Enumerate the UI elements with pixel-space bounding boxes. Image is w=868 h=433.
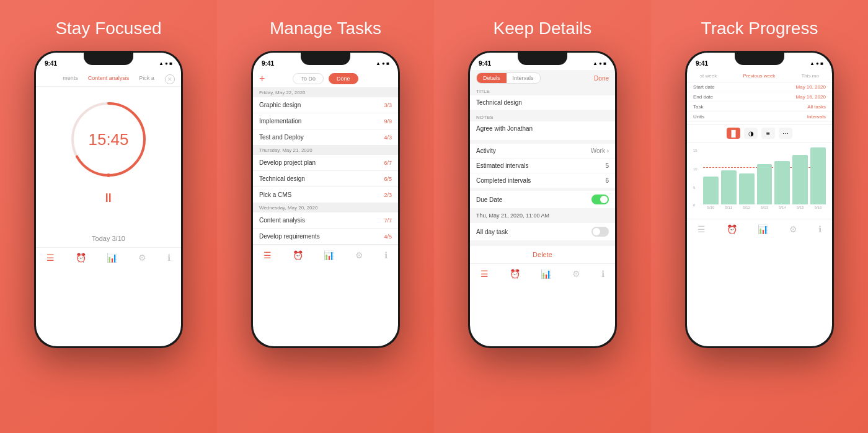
- due-date-toggle[interactable]: [591, 195, 609, 204]
- pie-chart-icon[interactable]: ◑: [744, 128, 758, 139]
- stay-focused-panel: Stay Focused 9:41 ▲ ● ■ ments Content an…: [0, 0, 217, 433]
- all-day-row[interactable]: All day task: [470, 223, 615, 241]
- units-label: Units: [693, 114, 704, 120]
- tab-content-analysis[interactable]: Content analysis: [86, 74, 132, 82]
- nav-chart-icon-2[interactable]: 📊: [324, 250, 334, 260]
- task-row[interactable]: Develop project plan 6/7: [253, 155, 398, 171]
- nav-chart-icon-3[interactable]: 📊: [541, 269, 551, 279]
- task-row[interactable]: Content analysis 7/7: [253, 212, 398, 229]
- status-time-3: 9:41: [479, 60, 491, 67]
- pause-icon[interactable]: ⏸: [102, 191, 115, 205]
- nav-info-icon-2[interactable]: ℹ: [384, 250, 388, 260]
- chart-type-icons: ▐▌ ◑ ≡ ⋯: [687, 124, 832, 142]
- nav-list-icon-2[interactable]: ☰: [264, 250, 272, 260]
- status-icons-2: ▲ ● ■: [376, 61, 389, 66]
- phone-2-inner: 9:41 ▲ ● ■ + To Do Done Friday, May 22, …: [253, 53, 398, 346]
- nav-chart-icon[interactable]: 📊: [107, 253, 117, 263]
- intervals-tab[interactable]: Intervals: [507, 73, 540, 83]
- start-date-value: May 10, 2020: [796, 84, 826, 90]
- bottom-nav-3: ☰ ⏰ 📊 ⚙ ℹ: [470, 263, 615, 284]
- task-name: Content analysis: [259, 217, 305, 224]
- task-header: + To Do Done: [253, 70, 398, 88]
- phone-2: 9:41 ▲ ● ■ + To Do Done Friday, May 22, …: [251, 51, 400, 348]
- details-tab[interactable]: Details: [477, 73, 507, 83]
- task-row[interactable]: Implementation 9/9: [253, 113, 398, 129]
- bar-chart-icon[interactable]: ▐▌: [727, 128, 740, 139]
- nav-list-icon-3[interactable]: ☰: [480, 269, 489, 279]
- due-date-value-row: Thu, May 21, 2020, 11:00 AM: [470, 209, 615, 223]
- task-value: All tasks: [807, 104, 826, 110]
- nav-info-icon-4[interactable]: ℹ: [818, 224, 822, 234]
- done-button[interactable]: Done: [594, 75, 609, 82]
- bottom-nav-4: ☰ ⏰ 📊 ⚙ ℹ: [687, 219, 832, 239]
- end-date-label: End date: [693, 94, 713, 100]
- task-name: Implementation: [259, 118, 301, 125]
- panel1-title: Stay Focused: [55, 19, 161, 38]
- task-count: 6/7: [384, 160, 392, 166]
- nav-gear-icon-3[interactable]: ⚙: [572, 269, 580, 279]
- nav-gear-icon-2[interactable]: ⚙: [355, 250, 363, 260]
- due-date-value: Thu, May 21, 2020, 11:00 AM: [476, 212, 549, 219]
- notes-field: Agree with Jonathan: [470, 121, 615, 140]
- nav-clock-icon-2[interactable]: ⏰: [293, 250, 303, 260]
- task-row: Task All tasks: [687, 102, 832, 112]
- tab-pick[interactable]: Pick a: [136, 74, 157, 82]
- nav-gear-icon[interactable]: ⚙: [138, 253, 146, 263]
- done-tab[interactable]: Done: [329, 73, 358, 84]
- bar-6: [792, 155, 808, 204]
- bar-5: [774, 161, 790, 204]
- this-month-tab[interactable]: This mo: [801, 73, 818, 79]
- nav-clock-icon-3[interactable]: ⏰: [510, 269, 520, 279]
- activity-row[interactable]: Activity Work ›: [470, 144, 615, 159]
- last-week-tab[interactable]: st week: [700, 73, 717, 79]
- panel4-title: Track Progress: [701, 19, 818, 38]
- start-date-row: Start date May 10, 2020: [687, 82, 832, 92]
- task-count: 9/9: [384, 118, 392, 125]
- tab-ments[interactable]: ments: [60, 74, 81, 82]
- detail-rows: Activity Work › Estimated intervals 5 Co…: [470, 144, 615, 241]
- dots-chart-icon[interactable]: ⋯: [779, 128, 792, 139]
- list-chart-icon[interactable]: ≡: [761, 128, 775, 139]
- nav-info-icon[interactable]: ℹ: [167, 253, 170, 263]
- due-date-row[interactable]: Due Date: [470, 191, 615, 209]
- estimated-row[interactable]: Estimated intervals 5: [470, 159, 615, 173]
- nav-clock-icon-4[interactable]: ⏰: [727, 224, 737, 234]
- all-day-label: All day task: [476, 229, 508, 235]
- timer-circle: 15:45: [68, 99, 149, 180]
- completed-row[interactable]: Completed intervals 6: [470, 173, 615, 188]
- task-name: Develop project plan: [259, 159, 316, 166]
- phone-1: 9:41 ▲ ● ■ ments Content analysis Pick a…: [34, 51, 183, 348]
- nav-info-icon-3[interactable]: ℹ: [601, 269, 604, 279]
- nav-list-icon-4[interactable]: ☰: [698, 224, 706, 234]
- close-button[interactable]: ✕: [165, 74, 175, 84]
- nav-gear-icon-4[interactable]: ⚙: [789, 224, 797, 234]
- bar-group-3: 5/12: [739, 173, 755, 209]
- bar-group-6: 5/15: [792, 155, 808, 209]
- status-time-4: 9:41: [696, 60, 708, 67]
- detail-seg-group: Details Intervals: [476, 72, 541, 84]
- task-row[interactable]: Graphic design 3/3: [253, 97, 398, 113]
- task-row[interactable]: Pick a CMS 2/3: [253, 187, 398, 203]
- nav-chart-icon-4[interactable]: 📊: [758, 224, 768, 234]
- units-row: Units Intervals: [687, 112, 832, 122]
- todo-tab[interactable]: To Do: [293, 73, 324, 84]
- date-section-thursday: Thursday, May 21, 2020: [253, 146, 398, 155]
- add-task-button[interactable]: +: [259, 73, 265, 84]
- task-row[interactable]: Technical design 6/5: [253, 171, 398, 187]
- all-day-toggle[interactable]: [591, 227, 609, 237]
- status-icons-1: ▲ ● ■: [159, 61, 172, 66]
- nav-clock-icon[interactable]: ⏰: [76, 253, 86, 263]
- status-icons-3: ▲ ● ■: [593, 61, 606, 66]
- bar-label-2: 5/11: [725, 206, 732, 209]
- nav-list-icon[interactable]: ☰: [46, 253, 55, 263]
- task-row[interactable]: Develop requirements 4/5: [253, 229, 398, 245]
- task-name: Pick a CMS: [259, 191, 291, 198]
- delete-button[interactable]: Delete: [470, 246, 615, 263]
- date-section-wednesday: Wednesday, May 20, 2020: [253, 203, 398, 212]
- end-date-value: May 16, 2020: [796, 94, 826, 100]
- task-count: 4/3: [384, 134, 392, 141]
- task-row[interactable]: Test and Deploy 4/3: [253, 129, 398, 146]
- task-scroll: Friday, May 22, 2020 Graphic design 3/3 …: [253, 88, 398, 245]
- units-value: Intervals: [807, 114, 826, 120]
- prev-week-tab[interactable]: Previous week: [743, 73, 775, 79]
